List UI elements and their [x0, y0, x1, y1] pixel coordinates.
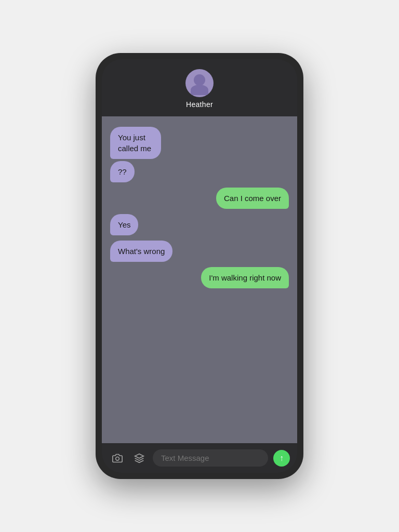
message-row: Can I come over	[110, 188, 289, 209]
avatar	[185, 69, 214, 97]
input-bar: ↑	[102, 443, 297, 473]
bubble: What's wrong	[110, 241, 172, 262]
bubble-text: Yes	[118, 220, 130, 229]
send-icon: ↑	[280, 454, 284, 462]
chat-header: Heather	[102, 59, 297, 116]
message-row: I'm walking right now	[110, 267, 289, 288]
bubble: You just called me	[110, 127, 161, 159]
contact-name: Heather	[186, 100, 213, 109]
bubble: Can I come over	[216, 188, 289, 209]
messages-area: You just called me ?? Can I come over Ye…	[102, 116, 297, 443]
text-input-container[interactable]	[153, 449, 268, 467]
message-input[interactable]	[161, 454, 260, 462]
bubble-text: ??	[118, 167, 127, 176]
bubble: I'm walking right now	[201, 267, 289, 288]
message-row: You just called me ??	[110, 127, 289, 182]
message-row: Yes	[110, 214, 289, 235]
bubble: ??	[110, 161, 135, 182]
send-button[interactable]: ↑	[273, 450, 290, 467]
phone-frame: Heather You just called me ?? Can I come…	[96, 53, 303, 479]
camera-button[interactable]	[109, 450, 126, 467]
bubble-text: Can I come over	[224, 194, 281, 203]
received-message-group: You just called me ??	[110, 127, 189, 182]
phone-inner: Heather You just called me ?? Can I come…	[102, 59, 297, 473]
bubble: Yes	[110, 214, 138, 235]
message-row: What's wrong	[110, 241, 289, 262]
appstore-button[interactable]	[131, 450, 148, 467]
avatar-silhouette	[185, 69, 214, 97]
bubble-text: You just called me	[118, 133, 151, 153]
bubble-text: What's wrong	[118, 247, 165, 256]
svg-point-0	[116, 457, 119, 460]
bubble-text: I'm walking right now	[209, 273, 281, 282]
